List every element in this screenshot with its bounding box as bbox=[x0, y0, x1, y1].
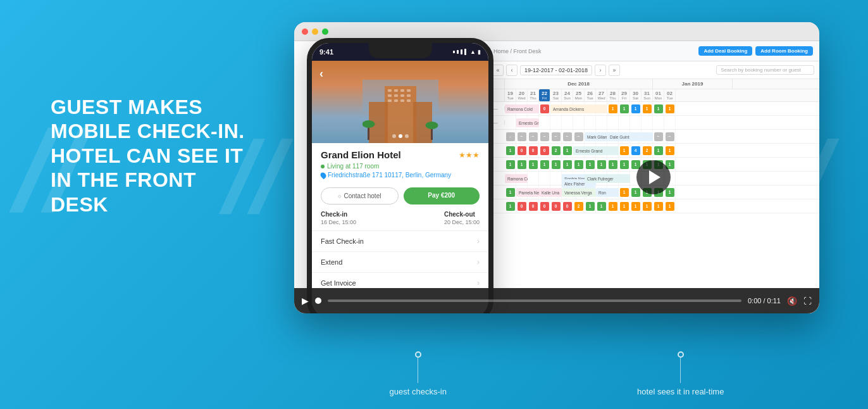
day-19: 19Tue bbox=[505, 89, 516, 101]
nav-next-button[interactable]: › bbox=[595, 65, 606, 76]
booking-bar-ramona: Ramona Cold bbox=[505, 104, 539, 113]
cell-1-13: 1 bbox=[642, 102, 653, 115]
date-range-display: 19-12-2017 - 02-01-2018 bbox=[520, 65, 592, 75]
day-21: 21Thu bbox=[528, 89, 539, 101]
img-dot-2 bbox=[399, 134, 402, 138]
svg-rect-8 bbox=[400, 94, 404, 97]
pay-button-label: Pay €200 bbox=[428, 192, 455, 199]
svg-rect-12 bbox=[400, 99, 404, 102]
browser-max-dot[interactable] bbox=[322, 28, 328, 35]
svg-rect-9 bbox=[407, 94, 411, 97]
nav-first-button[interactable]: « bbox=[492, 65, 504, 76]
contact-button-label: Contact hotel bbox=[344, 192, 381, 199]
nav-prev-button[interactable]: ‹ bbox=[506, 65, 518, 76]
anno-circle-2 bbox=[678, 351, 684, 358]
search-placeholder: Search by booking number or guest bbox=[721, 67, 801, 73]
booking-bar-ernesto: Ernesto Grand bbox=[516, 118, 539, 127]
progress-bar[interactable] bbox=[328, 299, 741, 302]
svg-rect-3 bbox=[394, 89, 398, 92]
add-room-booking-button[interactable]: Add Room Booking bbox=[755, 46, 813, 56]
row-cells-4: 1 0 0 0 2 1 4 1 2 1 1 4 2 bbox=[505, 144, 819, 157]
address-text: Friedrichstraße 171 10117, Berlin, Germa… bbox=[328, 172, 451, 179]
fast-checkin-label: Fast Check-in bbox=[321, 237, 364, 245]
day-24: 24Sun bbox=[562, 89, 573, 101]
day-25: 25Mon bbox=[573, 89, 585, 101]
location-icon bbox=[319, 171, 328, 179]
extend-item[interactable]: Extend › bbox=[312, 252, 488, 273]
svg-rect-4 bbox=[400, 89, 404, 92]
fd-breadcrumb: Home / Front Desk bbox=[493, 48, 542, 54]
day-30: 30Sat bbox=[630, 89, 642, 101]
chevron-icon-3: › bbox=[477, 279, 480, 287]
video-play-overlay[interactable] bbox=[636, 160, 671, 194]
booking-bar-clark: Clark Futreger bbox=[585, 174, 630, 183]
nav-last-button[interactable]: » bbox=[609, 65, 620, 76]
contact-hotel-button[interactable]: ○ Contact hotel bbox=[321, 187, 399, 204]
days-header-row: 19Tue 20Wed 21Thu 22Fri 23Sat 24Sun 25Mo… bbox=[487, 89, 819, 102]
cal-row-3: ~ ~ ~ ~ ~ ~ ~ ~ ~ ~ ~ ~ ~ bbox=[487, 130, 819, 144]
booking-bar-ernesto-teal: Ernesto Grand bbox=[573, 146, 619, 155]
booking-bar-amanda: Amanda Dickens bbox=[550, 104, 607, 113]
phone-action-buttons: ○ Contact hotel Pay €200 bbox=[312, 187, 488, 204]
booking-bar-ramona2: Ramona Cold bbox=[505, 174, 528, 183]
booking-bar-dale: Dale Guint bbox=[607, 132, 653, 141]
row-cells-3: ~ ~ ~ ~ ~ ~ ~ ~ ~ ~ ~ ~ ~ bbox=[505, 130, 819, 143]
checkin-info-section: Check-in 16 Dec, 15:00 Check-out 20 Dec,… bbox=[312, 211, 488, 231]
img-dot-3 bbox=[405, 134, 409, 138]
img-dot-1 bbox=[392, 134, 396, 138]
pay-button[interactable]: Pay €200 bbox=[404, 187, 480, 204]
cal-row-2: — bbox=[487, 116, 819, 130]
browser-close-dot[interactable] bbox=[302, 28, 308, 35]
month-header-row: Dec 2018 Jan 2019 bbox=[487, 79, 819, 89]
svg-rect-5 bbox=[407, 89, 411, 92]
room-status-dot bbox=[321, 165, 325, 168]
svg-rect-2 bbox=[388, 89, 392, 92]
svg-rect-11 bbox=[394, 99, 398, 102]
signal-bar-3 bbox=[461, 49, 462, 54]
day-27: 27Wed bbox=[596, 89, 607, 101]
fd-toolbar: « ‹ 19-12-2017 - 02-01-2018 › » Search b… bbox=[487, 61, 819, 79]
anno-line-2 bbox=[680, 358, 681, 383]
cal-row-1: — 1 1 1 0 0 0 1 1 1 1 1 bbox=[487, 102, 819, 116]
svg-point-17 bbox=[363, 120, 375, 128]
booking-bar-pamela: Pamela Nelson bbox=[516, 188, 539, 197]
row-cells-2: Ernesto Grand bbox=[505, 116, 819, 129]
fast-checkin-item[interactable]: Fast Check-in › bbox=[312, 231, 488, 252]
checkin-label: Check-in bbox=[321, 211, 356, 218]
hotel-image: ‹ bbox=[312, 61, 488, 143]
volume-button[interactable]: 🔇 bbox=[787, 296, 797, 306]
day-29: 29Fri bbox=[619, 89, 630, 101]
progress-dot[interactable] bbox=[315, 298, 321, 304]
cal-row-4: 1 0 0 0 2 1 4 1 2 1 1 4 2 bbox=[487, 144, 819, 158]
video-time-display: 0:00 / 0:11 bbox=[748, 297, 781, 305]
cal-row-8: 1 0 0 0 0 0 2 1 1 1 1 1 1 bbox=[487, 199, 819, 213]
dec-month-label: Dec 2018 bbox=[505, 79, 653, 89]
browser-min-dot[interactable] bbox=[312, 28, 318, 35]
checkout-label: Check-out bbox=[444, 211, 480, 218]
fd-search-input[interactable]: Search by booking number or guest bbox=[716, 65, 814, 75]
room-status-text: Living at 117 room bbox=[327, 163, 379, 170]
contact-icon: ○ bbox=[338, 193, 341, 199]
row-cells-1: 1 1 1 0 0 0 1 1 1 1 1 1 1 bbox=[505, 102, 819, 115]
video-controls-bar: ▶ 0:00 / 0:11 🔇 ⛶ bbox=[294, 288, 819, 313]
video-play-button[interactable]: ▶ bbox=[302, 296, 309, 306]
day-28: 28Thu bbox=[607, 89, 619, 101]
battery-icon: ▮ bbox=[478, 49, 481, 55]
fullscreen-button[interactable]: ⛶ bbox=[803, 296, 812, 306]
add-deal-booking-button[interactable]: Add Deal Booking bbox=[698, 46, 752, 56]
hotel-stars: ★★★ bbox=[459, 151, 480, 160]
hero-heading: GUEST MAKES MOBILE CHECK-IN. HOTEL CAN S… bbox=[51, 95, 253, 217]
cell-1-12: 1 bbox=[630, 102, 642, 115]
checkin-block: Check-in 16 Dec, 15:00 bbox=[321, 211, 356, 225]
anno-text-1: guest checks-in bbox=[390, 387, 447, 396]
booking-bar-ron: Ron bbox=[596, 188, 619, 197]
svg-point-19 bbox=[425, 122, 438, 129]
annotations-section: guest checks-in hotel sees it in real-ti… bbox=[294, 351, 819, 396]
booking-bar-vanessa: Vanessa Verga bbox=[562, 188, 596, 197]
row-cells-8: 1 0 0 0 0 0 2 1 1 1 1 1 1 bbox=[505, 199, 819, 213]
day-22: 22Fri bbox=[539, 89, 550, 101]
checkout-value: 20 Dec, 15:00 bbox=[444, 219, 480, 225]
annotation-guest-checkin: guest checks-in bbox=[390, 351, 447, 396]
back-button[interactable]: ‹ bbox=[319, 67, 323, 80]
phone-time: 9:41 bbox=[319, 48, 333, 56]
